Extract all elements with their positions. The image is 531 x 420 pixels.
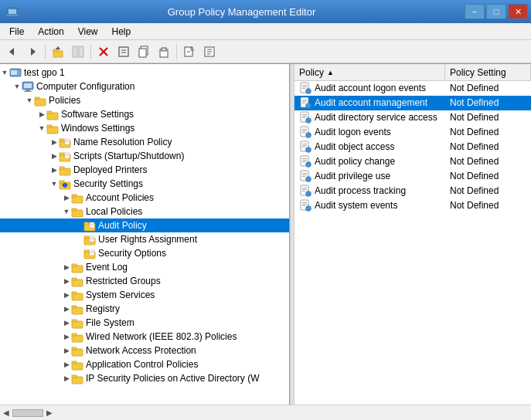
menu-view[interactable]: View <box>72 25 104 39</box>
tree-item-deployed-printers[interactable]: ▶ Deployed Printers <box>0 163 289 177</box>
paste-button[interactable] <box>155 42 173 61</box>
properties-icon <box>117 46 130 58</box>
svg-rect-40 <box>60 139 64 141</box>
export-button[interactable] <box>180 42 199 61</box>
toggle-policies[interactable]: ▼ <box>25 96 34 105</box>
policy-column-header[interactable]: Policy ▲ <box>294 64 445 80</box>
tree-item-network-access[interactable]: ▶ Network Access Protection <box>0 344 289 357</box>
toggle-ip-security[interactable]: ▶ <box>62 374 71 383</box>
icon-test-gpo <box>9 66 22 79</box>
show-hide-button[interactable] <box>69 42 87 61</box>
policy-icon <box>299 141 311 153</box>
list-row[interactable]: Audit policy change Not Defined <box>294 154 531 169</box>
svg-rect-68 <box>84 250 89 252</box>
tree-item-test-gpo[interactable]: ▼ test gpo 1 <box>0 66 289 80</box>
list-row[interactable]: Audit account management Not Defined <box>294 96 531 110</box>
label-local-policies: Local Policies <box>86 206 142 217</box>
svg-rect-58 <box>84 222 89 225</box>
svg-point-124 <box>306 177 311 182</box>
svg-rect-1 <box>9 9 16 14</box>
svg-rect-2 <box>6 15 19 16</box>
icon-computer-config <box>22 80 34 93</box>
paste-icon <box>158 46 170 58</box>
tree-item-windows-settings[interactable]: ▼ Windows Settings <box>0 121 289 135</box>
toggle-file-system[interactable]: ▶ <box>62 318 71 327</box>
toolbar-separator-1 <box>45 44 46 59</box>
list-row[interactable]: Audit object access Not Defined <box>294 140 531 154</box>
tree-item-registry[interactable]: ▶ Registry <box>0 302 289 316</box>
tree-item-security-settings[interactable]: ▼ Security Settings <box>0 177 289 191</box>
copy-button[interactable] <box>134 42 153 61</box>
menu-file[interactable]: File <box>3 25 30 39</box>
list-row[interactable]: Audit privilege use Not Defined <box>294 169 531 184</box>
icon-scripts <box>59 150 71 162</box>
setting-column-header[interactable]: Policy Setting <box>445 64 531 80</box>
toggle-software-settings[interactable]: ▶ <box>37 110 46 119</box>
toggle-name-resolution[interactable]: ▶ <box>49 137 59 147</box>
list-row[interactable]: Audit system events Not Defined <box>294 198 531 213</box>
script-button[interactable] <box>200 42 219 61</box>
svg-point-119 <box>306 162 311 168</box>
tree-item-system-services[interactable]: ▶ System Services <box>0 288 289 302</box>
tree-item-audit-policy[interactable]: Audit Policy <box>0 218 289 232</box>
list-row[interactable]: Audit account logon events Not Defined <box>294 81 531 96</box>
toggle-restricted-groups[interactable]: ▶ <box>62 276 71 286</box>
menu-help[interactable]: Help <box>106 25 138 39</box>
menu-action[interactable]: Action <box>32 25 70 39</box>
tree-panel[interactable]: ▼ test gpo 1▼ Computer Configuration▼ Po… <box>0 64 290 405</box>
toggle-system-services[interactable]: ▶ <box>62 290 71 300</box>
tree-item-wired-network[interactable]: ▶ Wired Network (IEEE 802.3) Policies <box>0 330 289 344</box>
tree-item-name-resolution[interactable]: ▶ Name Resolution Policy <box>0 135 289 149</box>
policy-cell: Audit logon events <box>294 124 445 140</box>
minimize-button[interactable]: − <box>465 4 485 19</box>
tree-item-security-options[interactable]: Security Options <box>0 246 289 260</box>
tree-item-local-policies[interactable]: ▼ Local Policies <box>0 205 289 218</box>
toggle-windows-settings[interactable]: ▼ <box>37 124 46 133</box>
main-content: ▼ test gpo 1▼ Computer Configuration▼ Po… <box>0 63 531 405</box>
tree-item-event-log[interactable]: ▶ Event Log <box>0 260 289 274</box>
tree-item-software-settings[interactable]: ▶ Software Settings <box>0 107 289 121</box>
toggle-local-policies[interactable]: ▼ <box>62 207 71 216</box>
tree-item-computer-config[interactable]: ▼ Computer Configuration <box>0 80 289 93</box>
tree-item-policies[interactable]: ▼ Policies <box>0 93 289 107</box>
scroll-right-icon[interactable]: ▶ <box>46 408 53 417</box>
svg-rect-77 <box>72 292 77 294</box>
toggle-application-control[interactable]: ▶ <box>62 360 71 369</box>
toggle-wired-network[interactable]: ▶ <box>62 332 71 341</box>
back-button[interactable] <box>3 42 22 61</box>
toggle-security-settings[interactable]: ▼ <box>49 179 59 188</box>
svg-rect-118 <box>302 161 305 162</box>
toggle-account-policies[interactable]: ▶ <box>62 193 71 202</box>
tree-item-file-system[interactable]: ▶ File System <box>0 316 289 330</box>
forward-button[interactable] <box>23 42 42 61</box>
toggle-scripts[interactable]: ▶ <box>49 151 59 161</box>
list-row[interactable]: Audit process tracking Not Defined <box>294 184 531 198</box>
icon-windows-settings <box>46 122 59 134</box>
properties-button[interactable] <box>114 42 133 61</box>
toggle-network-access[interactable]: ▶ <box>62 346 71 355</box>
tree-item-application-control[interactable]: ▶ Application Control Policies <box>0 357 289 371</box>
delete-button[interactable] <box>94 42 113 61</box>
toggle-test-gpo[interactable]: ▼ <box>0 68 9 77</box>
scroll-thumb[interactable] <box>12 409 43 417</box>
toggle-deployed-printers[interactable]: ▶ <box>49 165 59 174</box>
up-folder-button[interactable] <box>49 42 67 61</box>
toggle-computer-config[interactable]: ▼ <box>12 82 22 91</box>
list-row[interactable]: Audit directory service access Not Defin… <box>294 110 531 125</box>
close-button[interactable]: ✕ <box>508 4 528 19</box>
label-test-gpo: test gpo 1 <box>24 67 65 78</box>
tree-item-user-rights[interactable]: User Rights Assignment <box>0 232 289 246</box>
tree-item-account-policies[interactable]: ▶ Account Policies <box>0 191 289 205</box>
icon-user-rights <box>83 233 96 246</box>
tree-item-ip-security[interactable]: ▶ IP Security Policies on Active Directo… <box>0 371 289 385</box>
scroll-left-icon[interactable]: ◀ <box>3 408 9 417</box>
restore-button[interactable]: □ <box>486 4 506 19</box>
list-body[interactable]: Audit account logon events Not Defined A… <box>294 81 531 405</box>
list-row[interactable]: Audit logon events Not Defined <box>294 125 531 140</box>
label-system-services: System Services <box>86 290 155 300</box>
icon-system-services <box>71 289 83 301</box>
tree-item-scripts[interactable]: ▶ Scripts (Startup/Shutdown) <box>0 149 289 163</box>
tree-item-restricted-groups[interactable]: ▶ Restricted Groups <box>0 274 289 288</box>
toggle-event-log[interactable]: ▶ <box>62 262 71 272</box>
toggle-registry[interactable]: ▶ <box>62 304 71 313</box>
